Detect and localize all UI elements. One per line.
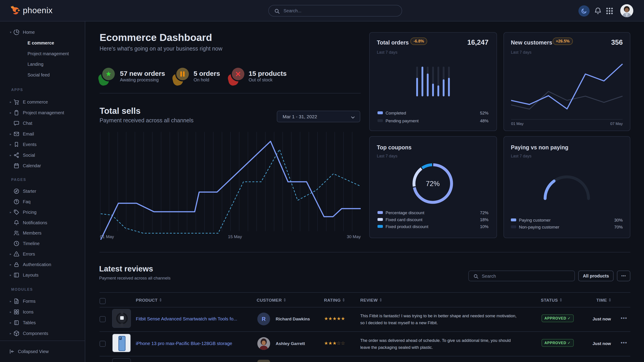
svg-text:72%: 72% [426,180,440,188]
